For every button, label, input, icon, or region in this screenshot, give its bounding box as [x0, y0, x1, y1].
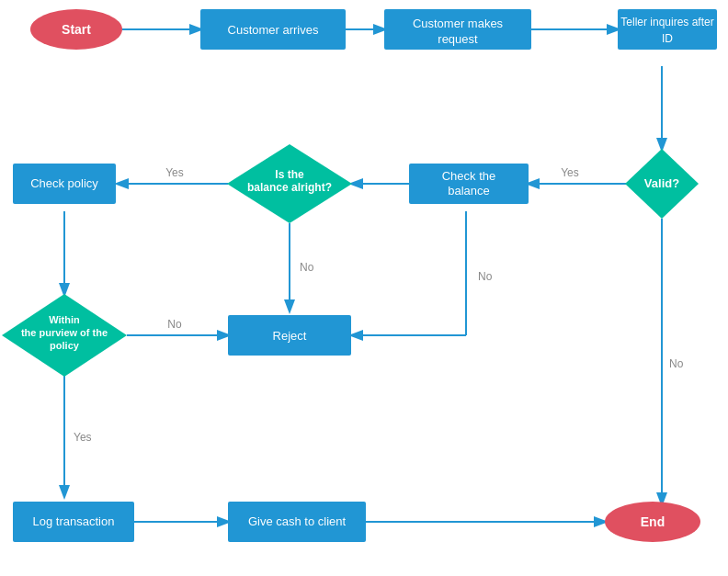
svg-text:request: request [438, 32, 478, 46]
svg-text:Check the: Check the [442, 169, 496, 183]
svg-text:Is the: Is the [275, 168, 304, 181]
svg-text:the purview of the: the purview of the [21, 327, 108, 338]
give-cash-label: Give cash to client [248, 514, 347, 528]
reject-label: Reject [273, 329, 307, 343]
svg-text:balance alright?: balance alright? [247, 181, 332, 194]
no-label-policy: No [167, 318, 182, 331]
end-label: End [641, 514, 665, 529]
yes-label-balance: Yes [165, 166, 184, 179]
svg-text:policy: policy [50, 340, 80, 351]
svg-text:Within: Within [49, 314, 80, 325]
check-policy-label: Check policy [30, 176, 98, 190]
svg-text:ID: ID [662, 32, 673, 45]
yes-label-valid: Yes [561, 166, 579, 179]
no-label-valid: No [669, 357, 684, 370]
log-transaction-label: Log transaction [33, 514, 115, 528]
start-label: Start [62, 22, 91, 37]
svg-text:balance: balance [448, 184, 490, 198]
customer-request-label: Customer makes [413, 17, 504, 30]
svg-text:Teller inquires after: Teller inquires after [620, 16, 713, 28]
yes-label-policy: Yes [74, 431, 92, 444]
no-label-check-balance: No [478, 270, 493, 283]
customer-arrives-label: Customer arrives [228, 23, 319, 37]
no-label-balance: No [300, 261, 314, 274]
valid-label: Valid? [644, 176, 679, 190]
